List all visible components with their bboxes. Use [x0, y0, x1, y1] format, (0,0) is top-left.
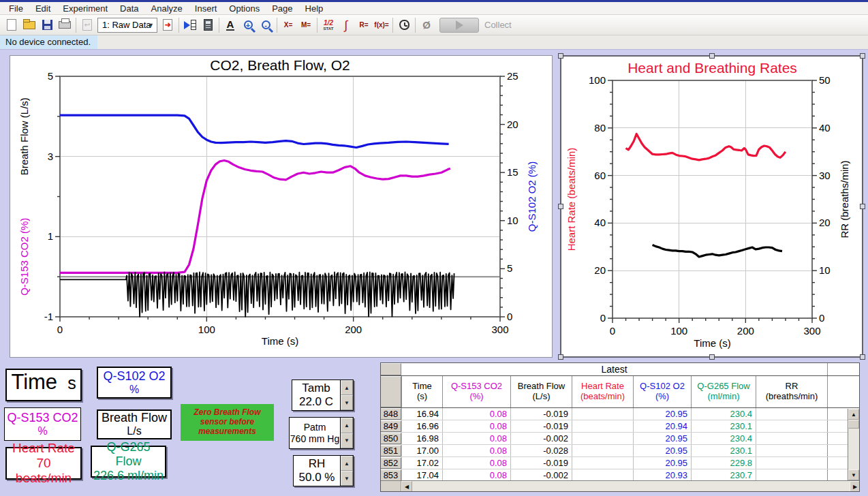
curve-fit-button[interactable]: f(x)=: [373, 16, 390, 34]
page-selector-value: 1: Raw Data: [102, 20, 151, 30]
table-cell: [572, 420, 633, 432]
rh-decrement-button[interactable]: ▼: [341, 471, 353, 486]
patm-decrement-button[interactable]: ▼: [341, 433, 353, 449]
scroll-right-icon[interactable]: ▶: [850, 481, 860, 492]
previous-page-button[interactable]: ↩: [78, 16, 96, 34]
table-row[interactable]: 85016.980.08-0.00220.95230.4: [381, 433, 859, 445]
menu-file[interactable]: File: [3, 3, 29, 14]
table-cell: -0.019: [510, 408, 572, 420]
meter-g265[interactable]: Q-G265 Flow226.6 ml/min: [91, 446, 166, 478]
examine-button[interactable]: X=: [279, 16, 297, 34]
menu-options[interactable]: Options: [223, 3, 266, 14]
toolbar-separator: [219, 18, 219, 33]
column-header-q-s153-co2[interactable]: Q-S153 CO2(%): [442, 376, 510, 407]
autoscale-button[interactable]: A: [221, 16, 239, 34]
meter-co2[interactable]: Q-S153 CO2%: [4, 407, 81, 441]
svg-text:40: 40: [819, 122, 831, 134]
tamb-increment-button[interactable]: ▲: [341, 380, 353, 395]
column-header-q-g265-flow[interactable]: Q-G265 Flow(ml/min): [691, 376, 756, 407]
column-header-breath-flow[interactable]: Breath Flow(L/s): [510, 376, 572, 407]
scroll-down-icon[interactable]: ▼: [848, 469, 859, 480]
calculator-button[interactable]: [199, 16, 217, 34]
table-row[interactable]: 85217.020.08-0.01920.95229.8: [381, 457, 859, 469]
collect-button[interactable]: Collect: [439, 17, 512, 33]
selection-handle[interactable]: [860, 204, 865, 209]
menu-data[interactable]: Data: [114, 3, 144, 14]
meter-o2[interactable]: Q-S102 O2%: [97, 367, 172, 399]
tamb-decrement-button[interactable]: ▼: [341, 395, 353, 410]
svg-text:10: 10: [819, 264, 831, 276]
svg-text:Time (s): Time (s): [262, 335, 298, 347]
page-selector-dropdown[interactable]: 1: Raw Data▼: [97, 18, 157, 33]
new-file-button[interactable]: [3, 16, 20, 34]
data-collection-button[interactable]: [395, 16, 413, 34]
svg-text:5: 5: [507, 262, 512, 274]
column-header-heart-rate[interactable]: Heart Rate(beats/min): [572, 376, 633, 407]
selection-handle[interactable]: [558, 53, 563, 59]
row-number: 851: [381, 445, 401, 456]
svg-text:100: 100: [589, 74, 606, 86]
menu-edit[interactable]: Edit: [29, 3, 57, 14]
open-file-button[interactable]: [20, 16, 38, 34]
meter-heart[interactable]: Heart Rate70 beats/min: [5, 447, 82, 480]
column-header-q-s102-o2[interactable]: Q-S102 O2(%): [633, 376, 691, 407]
table-cell: 0.08: [442, 433, 510, 444]
scrollbar-corner: [381, 481, 401, 491]
table-cell: -0.019: [510, 420, 572, 432]
column-header-rr[interactable]: RR(breaths/min): [756, 376, 827, 407]
next-page-button[interactable]: ➜: [159, 16, 176, 34]
table-cell: [572, 445, 633, 456]
previous-page-icon: ↩: [82, 19, 92, 31]
meter-breath[interactable]: Breath FlowL/s: [97, 409, 172, 439]
zero-button[interactable]: Ø: [418, 16, 435, 34]
selection-handle[interactable]: [860, 53, 865, 59]
selection-handle[interactable]: [709, 53, 715, 59]
statistics-button[interactable]: 1/2STAT: [320, 16, 337, 34]
zoom-in-button[interactable]: +: [239, 16, 257, 34]
chart-co2-breathflow-o2[interactable]: -1135Breath Flow (L/s)Q-S153 CO2 (%)0510…: [10, 55, 553, 358]
table-vertical-scrollbar[interactable]: ▲▼: [848, 409, 859, 480]
zoom-out-button[interactable]: -: [257, 16, 275, 34]
selection-handle[interactable]: [709, 354, 715, 360]
selection-handle[interactable]: [860, 354, 865, 360]
table-cell: 20.95: [633, 445, 691, 456]
chevron-down-icon: ▼: [148, 22, 154, 29]
svg-text:15: 15: [507, 166, 518, 178]
menu-page[interactable]: Page: [266, 3, 298, 14]
menu-insert[interactable]: Insert: [189, 3, 223, 14]
table-row[interactable]: 85117.000.08-0.02820.95230.1: [381, 445, 859, 457]
chart-heart-breathing-rates[interactable]: 020406080100Heart Rate (beats/min)010203…: [560, 55, 863, 358]
table-cell: 17.00: [401, 445, 442, 456]
table-row[interactable]: 84916.960.08-0.01920.94230.1: [381, 420, 859, 433]
toolbar: ↩1: Raw Data▼➜A+-X=M=1/2STAT∫R=f(x)=ØCol…: [0, 15, 868, 35]
menu-help[interactable]: Help: [299, 3, 330, 14]
print-button[interactable]: [56, 16, 74, 34]
data-table-button[interactable]: [181, 16, 199, 34]
tamb-readout: Tamb22.0 C: [292, 380, 340, 410]
linear-fit-button[interactable]: R=: [355, 16, 373, 34]
tangent-button[interactable]: M=: [297, 16, 315, 34]
meter-time[interactable]: Times: [5, 369, 82, 401]
selection-handle[interactable]: [558, 354, 563, 360]
scroll-left-icon[interactable]: ◀: [401, 481, 412, 492]
scroll-up-icon[interactable]: ▲: [848, 409, 859, 420]
rh-increment-button[interactable]: ▲: [341, 456, 353, 471]
save-button[interactable]: [38, 16, 56, 34]
svg-text:10: 10: [507, 215, 518, 226]
data-table[interactable]: LatestTime(s)Q-S153 CO2(%)Breath Flow(L/…: [380, 362, 860, 492]
column-header-time[interactable]: Time(s): [401, 376, 442, 407]
selection-handle[interactable]: [558, 204, 563, 209]
table-horizontal-scrollbar[interactable]: ◀▶: [381, 480, 860, 491]
vertical-scroll-track[interactable]: [848, 429, 859, 469]
integral-button[interactable]: ∫: [337, 16, 355, 34]
table-cell: [756, 445, 827, 456]
table-row[interactable]: 84816.940.08-0.01920.95230.4: [381, 408, 859, 420]
vertical-scroll-thumb[interactable]: [848, 420, 859, 429]
table-cell: 0.08: [442, 457, 510, 469]
svg-text:40: 40: [594, 217, 606, 228]
patm-increment-button[interactable]: ▲: [341, 418, 353, 433]
horizontal-scroll-track[interactable]: [412, 481, 850, 491]
menu-experiment[interactable]: Experiment: [57, 3, 114, 14]
meter-o2-value: %: [129, 384, 139, 396]
menu-analyze[interactable]: Analyze: [145, 3, 189, 14]
